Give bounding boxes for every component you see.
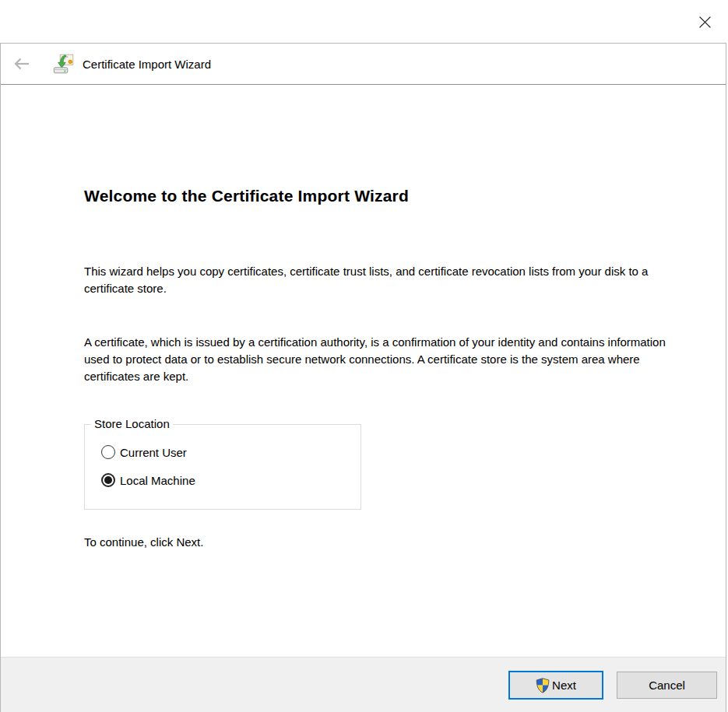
close-icon <box>698 16 712 29</box>
certificate-import-wizard-window: Certificate Import Wizard Welcome to the… <box>0 43 726 712</box>
wizard-header: Certificate Import Wizard <box>1 44 726 85</box>
radio-label: Local Machine <box>120 474 195 487</box>
store-location-label: Store Location <box>91 417 173 430</box>
radio-current-user[interactable]: Current User <box>101 445 187 459</box>
radio-icon <box>101 445 115 459</box>
back-button[interactable] <box>10 52 33 75</box>
wizard-footer: Next Cancel <box>1 657 726 712</box>
intro-paragraph: This wizard helps you copy certificates,… <box>84 263 664 297</box>
next-button[interactable]: Next <box>508 671 603 700</box>
wizard-title: Certificate Import Wizard <box>83 58 211 71</box>
radio-label: Current User <box>120 446 187 459</box>
certificate-import-icon <box>52 52 76 75</box>
store-location-groupbox: Store Location Current User Local Machin… <box>84 424 361 510</box>
close-button[interactable] <box>692 9 717 34</box>
continue-instruction: To continue, click Next. <box>84 535 203 549</box>
radio-icon <box>101 473 115 487</box>
description-paragraph: A certificate, which is issued by a cert… <box>84 334 680 385</box>
cancel-button-label: Cancel <box>649 679 685 692</box>
wizard-content: Welcome to the Certificate Import Wizard… <box>1 85 726 656</box>
uac-shield-icon <box>536 678 550 693</box>
next-button-label: Next <box>552 679 576 692</box>
cancel-button[interactable]: Cancel <box>617 672 717 699</box>
page-heading: Welcome to the Certificate Import Wizard <box>84 187 409 205</box>
back-arrow-icon <box>12 57 31 71</box>
radio-local-machine[interactable]: Local Machine <box>101 473 195 487</box>
